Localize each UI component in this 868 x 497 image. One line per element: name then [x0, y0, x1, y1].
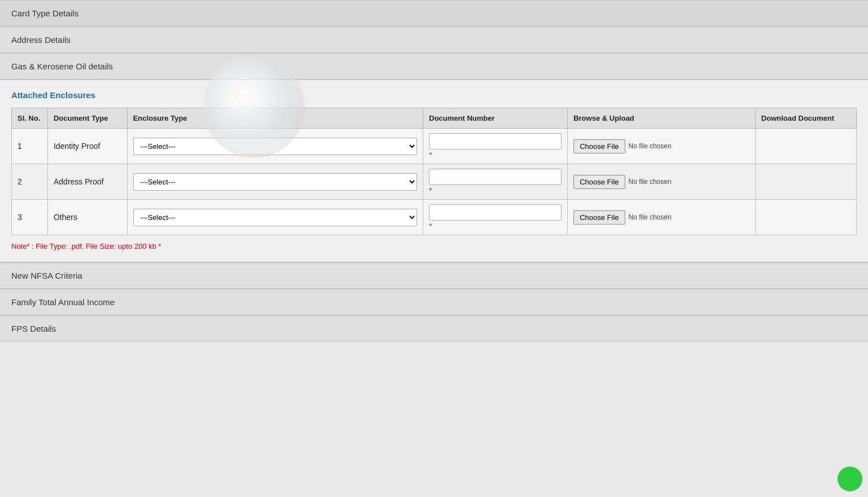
row1-browse-cell: Choose File No file chosen [568, 129, 756, 164]
row2-enc-type-select[interactable]: ---Select--- [133, 173, 418, 191]
row2-doc-number-cell: * [423, 164, 568, 200]
row2-no-file-text: No file chosen [629, 178, 672, 186]
row1-doc-number-input[interactable] [429, 133, 562, 149]
row3-sl: 3 [12, 200, 48, 235]
header-doc-number: Document Number [423, 108, 568, 129]
row3-enc-type-cell: ---Select--- [127, 200, 423, 235]
section-card-type[interactable]: Card Type Details [0, 0, 868, 27]
row2-choose-file-button[interactable]: Choose File [573, 175, 625, 189]
row1-sl: 1 [12, 129, 48, 164]
table-row: 1 Identity Proof ---Select--- * [12, 129, 857, 164]
row3-download-cell [755, 200, 856, 235]
green-circle-button[interactable] [838, 467, 862, 491]
section-family-income[interactable]: Family Total Annual Income [0, 289, 868, 315]
row3-doc-type: Others [47, 200, 127, 235]
section-nfsa[interactable]: New NFSA Criteria [0, 262, 868, 289]
row2-browse-cell: Choose File No file chosen [568, 164, 756, 200]
row3-browse-cell: Choose File No file chosen [568, 200, 756, 235]
row2-sl: 2 [12, 164, 48, 200]
row2-download-cell [755, 164, 856, 200]
row3-doc-number-cell: * [423, 200, 568, 235]
row1-no-file-text: No file chosen [629, 142, 672, 150]
row3-no-file-text: No file chosen [629, 213, 672, 221]
file-note: Note* : File Type: .pdf, File Size: upto… [11, 242, 857, 250]
row2-enc-type-cell: ---Select--- [127, 164, 423, 200]
section-address[interactable]: Address Details [0, 27, 868, 53]
table-row: 3 Others ---Select--- * Ch [12, 200, 857, 235]
row2-doc-number-input[interactable] [429, 169, 562, 185]
header-enc-type: Enclosure Type [127, 108, 423, 129]
section-gas-kerosene[interactable]: Gas & Kerosene Oil details [0, 53, 868, 80]
row2-doc-type: Address Proof [47, 164, 127, 200]
row1-doc-type: Identity Proof [47, 129, 127, 164]
header-doc-type: Document Type [47, 108, 127, 129]
row1-doc-number-cell: * [423, 129, 568, 164]
attached-enclosures-title: Attached Enclosures [11, 90, 857, 100]
row1-choose-file-button[interactable]: Choose File [573, 139, 625, 153]
header-browse-upload: Browse & Upload [568, 108, 756, 129]
attached-enclosures-section: Attached Enclosures Sl. No. Document Typ… [0, 80, 868, 262]
table-row: 2 Address Proof ---Select--- * [12, 164, 857, 200]
row3-doc-number-input[interactable] [429, 204, 562, 221]
section-fps[interactable]: FPS Details [0, 315, 868, 342]
row3-choose-file-button[interactable]: Choose File [573, 210, 625, 225]
row2-required-star: * [429, 186, 562, 195]
row3-enc-type-select[interactable]: ---Select--- [133, 209, 418, 226]
enclosures-table: Sl. No. Document Type Enclosure Type Doc… [11, 108, 857, 235]
row1-download-cell [755, 129, 856, 164]
row1-enc-type-cell: ---Select--- [127, 129, 423, 164]
header-download-doc: Download Document [755, 108, 856, 129]
row1-required-star: * [429, 151, 562, 159]
row1-enc-type-select[interactable]: ---Select--- [133, 138, 418, 155]
header-sl-no: Sl. No. [12, 108, 48, 129]
page-wrapper: Card Type Details Address Details Gas & … [0, 0, 868, 497]
row3-required-star: * [429, 222, 562, 230]
